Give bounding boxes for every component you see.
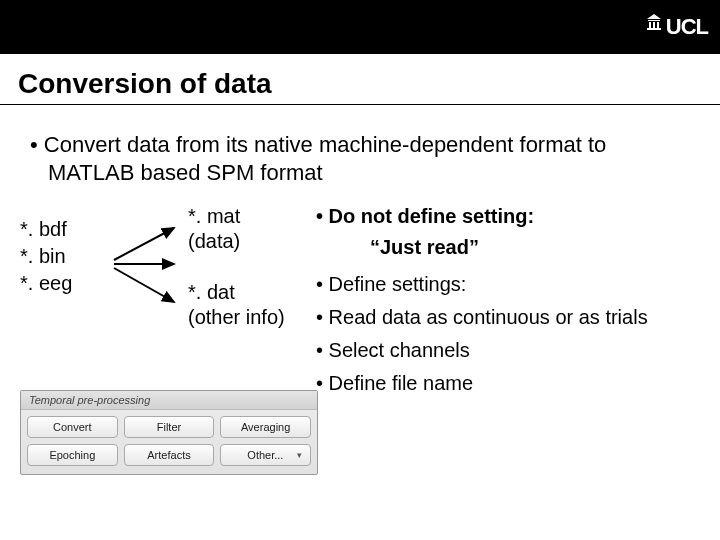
convert-button[interactable]: Convert [27, 416, 118, 438]
src-bdf: *. bdf [20, 216, 108, 243]
bullet-no-define: • Do not define setting: [316, 204, 700, 229]
btn-label: Filter [157, 421, 181, 433]
source-formats: *. bdf *. bin *. eeg [20, 204, 108, 297]
panel-title: Temporal pre-processing [21, 391, 317, 410]
diagram-row: *. bdf *. bin *. eeg *. mat (data) *. da… [20, 204, 700, 404]
out-mat-note: (data) [188, 229, 308, 254]
svg-line-2 [114, 268, 174, 302]
bullet-file-name: • Define file name [316, 371, 700, 396]
filter-button[interactable]: Filter [124, 416, 215, 438]
out-dat-ext: *. dat [188, 280, 308, 305]
arrows [108, 204, 188, 322]
out-dat: *. dat (other info) [188, 280, 308, 330]
bullet-just-read: “Just read” [316, 235, 700, 260]
averaging-button[interactable]: Averaging [220, 416, 311, 438]
btn-label: Convert [53, 421, 92, 433]
dome-icon [646, 10, 662, 26]
svg-line-0 [114, 228, 174, 260]
bullet-define-settings: • Define settings: [316, 272, 700, 297]
header-bar: UCL [0, 0, 720, 54]
bullet-read-data: • Read data as continuous or as trials [316, 305, 700, 330]
logo-text: UCL [666, 14, 708, 40]
chevron-down-icon: ▾ [297, 450, 302, 460]
arrow-icon [108, 212, 188, 322]
artefacts-button[interactable]: Artefacts [124, 444, 215, 466]
epoching-button[interactable]: Epoching [27, 444, 118, 466]
page-title: Conversion of data [18, 68, 702, 100]
output-formats: *. mat (data) *. dat (other info) [188, 204, 308, 356]
src-bin: *. bin [20, 243, 108, 270]
temporal-preprocessing-panel: Temporal pre-processing Convert Filter A… [20, 390, 318, 475]
out-mat: *. mat (data) [188, 204, 308, 254]
title-wrap: Conversion of data [0, 54, 720, 105]
btn-label: Averaging [241, 421, 290, 433]
intro-bullet: • Convert data from its native machine-d… [30, 131, 690, 186]
btn-label: Other... [247, 449, 283, 461]
other-dropdown[interactable]: Other... ▾ [220, 444, 311, 466]
src-eeg: *. eeg [20, 270, 108, 297]
out-dat-note: (other info) [188, 305, 308, 330]
out-mat-ext: *. mat [188, 204, 308, 229]
content: • Convert data from its native machine-d… [0, 111, 720, 475]
ucl-logo: UCL [646, 14, 708, 40]
btn-label: Epoching [49, 449, 95, 461]
panel-body: Convert Filter Averaging Epoching Artefa… [21, 410, 317, 474]
bullet-column: • Do not define setting: “Just read” • D… [308, 204, 700, 404]
bullet-select-channels: • Select channels [316, 338, 700, 363]
btn-label: Artefacts [147, 449, 190, 461]
